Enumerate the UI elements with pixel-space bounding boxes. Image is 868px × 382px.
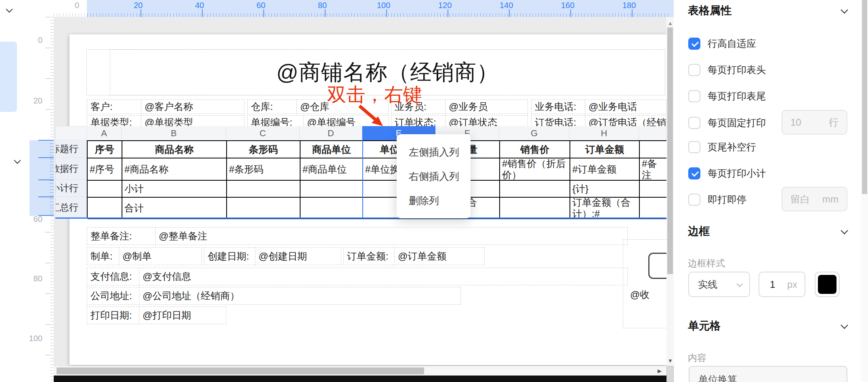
ruler-label: 20 bbox=[34, 96, 42, 106]
table-cell[interactable]: #商品单位 bbox=[301, 158, 363, 181]
checkbox-checked-icon[interactable] bbox=[688, 167, 700, 179]
field-value[interactable]: @订单金额 bbox=[394, 247, 485, 265]
checkbox-icon[interactable] bbox=[688, 141, 700, 153]
canvas-horizontal-scrollbar[interactable]: ▶ bbox=[54, 366, 666, 376]
page-vertical-scrollbar[interactable] bbox=[861, 0, 868, 382]
field-value[interactable]: @业务员 bbox=[445, 99, 528, 114]
table-cell[interactable]: 小计 bbox=[122, 181, 227, 198]
table-cell[interactable]: #序号 bbox=[88, 158, 122, 181]
canvas-vertical-scrollbar[interactable]: ▲ ▼ bbox=[666, 17, 674, 366]
table-cell[interactable]: 合计 bbox=[122, 198, 227, 219]
table-cell[interactable]: #商品名称 bbox=[122, 158, 227, 181]
table-cell[interactable] bbox=[227, 198, 301, 219]
scroll-right-icon[interactable]: ▶ bbox=[658, 368, 662, 374]
column-header-a[interactable]: A bbox=[87, 126, 122, 140]
margin-input[interactable]: 留白 mm bbox=[782, 187, 847, 211]
scroll-down-icon[interactable]: ▼ bbox=[668, 358, 673, 364]
checkbox-row-print-and-stop[interactable]: 即打即停 bbox=[688, 193, 746, 206]
field-label[interactable]: 订单金额: bbox=[343, 247, 395, 265]
table-cell[interactable] bbox=[500, 198, 570, 219]
table-cell[interactable] bbox=[227, 181, 301, 198]
chevron-down-icon[interactable] bbox=[841, 6, 848, 14]
table-cell[interactable] bbox=[640, 141, 667, 158]
chevron-down-icon[interactable] bbox=[15, 157, 21, 163]
field-label[interactable]: 打印日期: bbox=[87, 306, 139, 324]
chevron-down-icon[interactable] bbox=[841, 227, 848, 234]
border-style-select[interactable]: 实线 bbox=[688, 272, 750, 297]
table-cell[interactable]: 销售价 bbox=[500, 141, 570, 158]
row-label-data[interactable]: 数据行 bbox=[55, 158, 87, 180]
checkbox-checked-icon[interactable] bbox=[688, 38, 700, 50]
checkbox-icon[interactable] bbox=[688, 194, 700, 206]
table-cell[interactable]: {计} bbox=[570, 181, 640, 198]
checkbox-row-print-footer-every-page[interactable]: 每页打印表尾 bbox=[688, 90, 766, 103]
chevron-down-icon[interactable] bbox=[6, 6, 13, 12]
field-value[interactable]: @打印日期 bbox=[139, 306, 226, 324]
checkbox-icon[interactable] bbox=[688, 64, 700, 76]
column-header-g[interactable]: G bbox=[499, 126, 570, 140]
table-cell[interactable] bbox=[640, 181, 667, 198]
border-width-input[interactable]: 1 px bbox=[759, 272, 805, 297]
table-cell[interactable]: 商品名称 bbox=[122, 141, 227, 158]
table-cell[interactable]: 条形码 bbox=[227, 141, 301, 158]
field-value[interactable]: @创建日期 bbox=[255, 247, 341, 265]
field-value[interactable]: @公司地址（经销商） bbox=[139, 287, 461, 305]
scrollbar-thumb[interactable] bbox=[57, 367, 424, 374]
field-label[interactable]: 客户: bbox=[87, 99, 141, 114]
field-label[interactable]: 创建日期: bbox=[204, 247, 255, 265]
field-label[interactable]: 整单备注: bbox=[87, 227, 156, 245]
scroll-up-icon[interactable]: ▲ bbox=[668, 20, 673, 26]
cell-content-box[interactable]: 单位换算 bbox=[689, 366, 847, 382]
table-cell[interactable]: #订单金额 bbox=[570, 158, 640, 181]
table-cell[interactable]: #销售价（折后价） bbox=[500, 158, 570, 181]
checkbox-row-print-subtotal-every-page[interactable]: 每页打印小计 bbox=[688, 167, 766, 180]
field-label[interactable]: 业务电话: bbox=[531, 99, 585, 114]
table-cell[interactable]: 订单金额（合计）:# bbox=[570, 198, 640, 219]
checkbox-row-fixed-rows-per-page[interactable]: 每页固定打印 bbox=[688, 116, 766, 129]
ruler-label: 120 bbox=[438, 1, 452, 10]
table-cell[interactable] bbox=[88, 181, 122, 198]
table-cell[interactable] bbox=[88, 198, 122, 219]
menu-item-delete-column[interactable]: 删除列 bbox=[397, 194, 471, 207]
field-label[interactable]: 仓库: bbox=[247, 99, 297, 114]
column-header-h[interactable]: H bbox=[570, 126, 639, 140]
checkbox-row-pad-empty-rows[interactable]: 页尾补空行 bbox=[688, 141, 756, 154]
checkbox-row-auto-row-height[interactable]: 行高自适应 bbox=[688, 37, 756, 50]
field-value[interactable]: @制单 bbox=[119, 247, 202, 265]
column-header-c[interactable]: C bbox=[226, 126, 300, 140]
table-cell[interactable]: #条形码 bbox=[227, 158, 301, 181]
scrollbar-thumb[interactable] bbox=[667, 27, 673, 274]
checkbox-row-print-header-every-page[interactable]: 每页打印表头 bbox=[688, 63, 766, 76]
field-label[interactable]: 公司地址: bbox=[87, 287, 139, 305]
fixed-rows-input[interactable]: 10 行 bbox=[782, 110, 847, 135]
checkbox-icon[interactable] bbox=[688, 90, 700, 102]
row-label-subtotal[interactable]: 小计行 bbox=[55, 180, 87, 197]
table-cell[interactable] bbox=[640, 198, 667, 219]
row-label-total[interactable]: 汇总行 bbox=[55, 197, 87, 218]
table-cell[interactable]: 订单金额 bbox=[570, 141, 640, 158]
table-cell[interactable]: 商品单位 bbox=[301, 141, 363, 158]
field-value[interactable]: @客户名称 bbox=[141, 99, 244, 114]
table-cell[interactable]: #备注 bbox=[640, 158, 667, 181]
column-header-d[interactable]: D bbox=[300, 126, 362, 140]
items-table: 序号 商品名称 条形码 商品单位 单位换算 数量 销售价 订单金额 #序号 #商… bbox=[87, 140, 666, 218]
field-label[interactable]: 支付信息: bbox=[87, 268, 139, 285]
table-cell[interactable] bbox=[500, 181, 570, 198]
menu-item-insert-right[interactable]: 右侧插入列 bbox=[397, 170, 471, 183]
field-value[interactable]: @业务电话 bbox=[585, 99, 666, 114]
field-value[interactable]: @支付信息 bbox=[139, 268, 628, 285]
table-cell[interactable]: 序号 bbox=[88, 141, 122, 158]
scrollbar-thumb[interactable] bbox=[862, 0, 867, 194]
field-value[interactable]: @整单备注 bbox=[155, 227, 628, 245]
chevron-down-icon[interactable] bbox=[841, 322, 848, 329]
column-header-i[interactable] bbox=[639, 126, 666, 140]
checkbox-icon[interactable] bbox=[688, 117, 700, 129]
content-label: 内容 bbox=[688, 352, 706, 364]
table-cell[interactable] bbox=[301, 181, 363, 198]
menu-item-insert-left[interactable]: 左侧插入列 bbox=[397, 146, 471, 159]
table-cell[interactable] bbox=[301, 198, 363, 219]
border-color-picker[interactable] bbox=[815, 272, 840, 297]
row-label-title[interactable]: 标题行 bbox=[55, 140, 87, 158]
field-label[interactable]: 制单: bbox=[87, 247, 119, 265]
column-header-b[interactable]: B bbox=[122, 126, 226, 140]
